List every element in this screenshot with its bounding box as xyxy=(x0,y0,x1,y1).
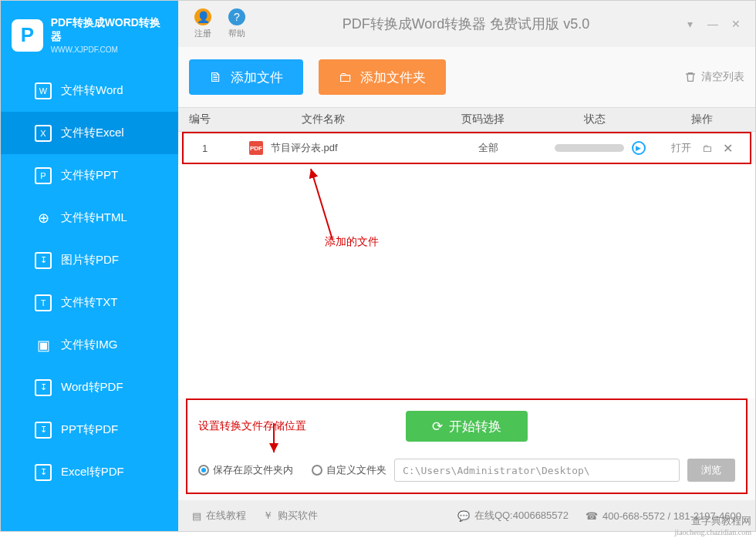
sidebar-label: 图片转PDF xyxy=(61,253,119,267)
svg-line-0 xyxy=(311,169,332,240)
clear-list-button[interactable]: 清空列表 xyxy=(684,70,744,84)
sidebar-item-txt[interactable]: T文件转TXT xyxy=(1,281,178,324)
register-button[interactable]: 👤 注册 xyxy=(186,8,220,39)
tutorial-link[interactable]: ▤在线教程 xyxy=(192,509,246,523)
buy-link[interactable]: ￥购买软件 xyxy=(263,509,318,523)
yen-icon: ￥ xyxy=(263,509,273,523)
trash-icon xyxy=(684,71,697,83)
radio-label: 自定义文件夹 xyxy=(326,463,386,477)
sidebar-label: 文件转Excel xyxy=(61,126,124,140)
phone-icon: ☎ xyxy=(586,510,598,522)
sidebar: P PDF转换成WORD转换器 WWW.XJPDF.COM W文件转Word X… xyxy=(1,1,178,531)
sidebar-item-ppt2pdf[interactable]: ↧PPT转PDF xyxy=(1,409,178,451)
annotation-added-file: 添加的文件 xyxy=(325,235,379,249)
sidebar-item-img[interactable]: ▣文件转IMG xyxy=(1,324,178,366)
app-title: PDF转换成Word转换器 免费试用版 v5.0 xyxy=(254,15,678,33)
sidebar-item-word[interactable]: W文件转Word xyxy=(1,69,178,112)
sidebar-item-img2pdf[interactable]: ↧图片转PDF xyxy=(1,239,178,281)
col-ops: 操作 xyxy=(649,113,755,126)
radio-icon xyxy=(312,465,322,476)
logo-area: P PDF转换成WORD转换器 WWW.XJPDF.COM xyxy=(1,1,178,69)
open-folder-icon[interactable]: 🗀 xyxy=(702,143,712,154)
row-pages[interactable]: 全部 xyxy=(430,141,546,155)
image-icon: ▣ xyxy=(35,337,52,354)
folder-plus-icon: 🗀 xyxy=(339,69,353,86)
annotation-arrow xyxy=(302,164,379,241)
file-list-area: 添加的文件 xyxy=(178,164,755,398)
book-icon: ▤ xyxy=(192,510,201,522)
add-file-label: 添加文件 xyxy=(231,69,283,86)
sidebar-label: 文件转IMG xyxy=(61,338,117,352)
progress-bar xyxy=(555,144,624,152)
doc-w-icon: W xyxy=(35,82,52,99)
sidebar-label: Excel转PDF xyxy=(61,465,124,479)
doc-x-icon: X xyxy=(35,125,52,142)
clear-list-label: 清空列表 xyxy=(701,70,744,84)
titlebar: 👤 注册 ? 帮助 PDF转换成Word转换器 免费试用版 v5.0 ▾ — ✕ xyxy=(178,1,755,47)
play-icon[interactable]: ▶ xyxy=(632,141,646,155)
main-panel: 👤 注册 ? 帮助 PDF转换成Word转换器 免费试用版 v5.0 ▾ — ✕… xyxy=(178,1,755,531)
globe-icon: ⊕ xyxy=(35,210,52,227)
sidebar-label: Word转PDF xyxy=(61,380,123,395)
row-no: 1 xyxy=(184,143,226,154)
col-name: 文件名称 xyxy=(221,113,425,126)
sidebar-label: 文件转TXT xyxy=(61,295,117,310)
col-status: 状态 xyxy=(541,113,649,126)
open-result-button[interactable]: 打开 xyxy=(671,141,691,155)
dropdown-icon[interactable]: ▾ xyxy=(678,15,701,33)
remove-row-icon[interactable]: ✕ xyxy=(723,141,733,156)
annotation-save-location: 设置转换文件存储位置 xyxy=(198,419,306,433)
refresh-icon: ⟳ xyxy=(432,419,443,435)
minimize-button[interactable]: — xyxy=(701,15,724,33)
user-icon: 👤 xyxy=(194,8,211,25)
add-folder-button[interactable]: 🗀 添加文件夹 xyxy=(319,59,446,95)
radio-original-folder[interactable]: 保存在原文件夹内 xyxy=(198,463,293,477)
table-row[interactable]: 1 PDF 节目评分表.pdf 全部 ▶ 打开 🗀 ✕ xyxy=(184,133,750,163)
row-filename: 节目评分表.pdf xyxy=(271,141,338,155)
statusbar: ▤在线教程 ￥购买软件 💬在线QQ:4006685572 ☎400-668-55… xyxy=(178,500,755,531)
add-file-button[interactable]: 🗎 添加文件 xyxy=(189,59,303,95)
row-ops: 打开 🗀 ✕ xyxy=(654,141,750,156)
sidebar-label: 文件转Word xyxy=(61,83,123,98)
close-button[interactable]: ✕ xyxy=(724,15,748,33)
file-plus-icon: 🗎 xyxy=(209,69,223,86)
browse-button[interactable]: 浏览 xyxy=(687,459,735,482)
col-no: 编号 xyxy=(178,113,221,126)
annotation-arrow xyxy=(265,422,288,457)
pdf-icon: ↧ xyxy=(35,422,52,439)
sidebar-item-excel[interactable]: X文件转Excel xyxy=(1,112,178,154)
save-options-row: 保存在原文件夹内 自定义文件夹 浏览 xyxy=(198,459,735,482)
sidebar-item-ppt[interactable]: P文件转PPT xyxy=(1,154,178,197)
sidebar-item-word2pdf[interactable]: ↧Word转PDF xyxy=(1,366,178,409)
sidebar-label: PPT转PDF xyxy=(61,422,118,437)
start-convert-button[interactable]: ⟳ 开始转换 xyxy=(406,411,528,442)
row-name-cell: PDF 节目评分表.pdf xyxy=(226,141,430,155)
brand-url: WWW.XJPDF.COM xyxy=(51,45,167,54)
sidebar-label: 文件转PPT xyxy=(61,168,118,183)
txt-icon: T xyxy=(35,294,52,311)
sidebar-item-excel2pdf[interactable]: ↧Excel转PDF xyxy=(1,451,178,493)
help-button[interactable]: ? 帮助 xyxy=(220,8,254,39)
row-status: ▶ xyxy=(546,141,654,155)
radio-custom-folder[interactable]: 自定义文件夹 xyxy=(312,463,386,477)
pdf-file-icon: PDF xyxy=(249,141,263,155)
output-panel: 设置转换文件存储位置 ⟳ 开始转换 保存在原文件夹内 自定义文件夹 xyxy=(186,398,748,494)
phone-contact[interactable]: ☎400-668-5572 / 181-2197-4600 xyxy=(586,510,741,522)
output-path-input[interactable] xyxy=(394,459,680,482)
qq-contact[interactable]: 💬在线QQ:4006685572 xyxy=(457,509,569,523)
table-header: 编号 文件名称 页码选择 状态 操作 xyxy=(178,107,755,132)
doc-p-icon: P xyxy=(35,167,52,184)
pdf-icon: ↧ xyxy=(35,252,52,269)
start-convert-label: 开始转换 xyxy=(449,418,501,435)
chat-icon: 💬 xyxy=(457,510,470,522)
action-bar: 🗎 添加文件 🗀 添加文件夹 清空列表 xyxy=(178,47,755,107)
sidebar-label: 文件转HTML xyxy=(61,210,127,225)
col-pages: 页码选择 xyxy=(425,113,541,126)
app-window: P PDF转换成WORD转换器 WWW.XJPDF.COM W文件转Word X… xyxy=(0,0,756,532)
sidebar-item-html[interactable]: ⊕文件转HTML xyxy=(1,197,178,239)
help-label: 帮助 xyxy=(228,28,245,39)
question-icon: ? xyxy=(228,8,245,25)
radio-label: 保存在原文件夹内 xyxy=(213,463,293,477)
radio-icon xyxy=(198,465,209,476)
pdf-icon: ↧ xyxy=(35,464,52,481)
